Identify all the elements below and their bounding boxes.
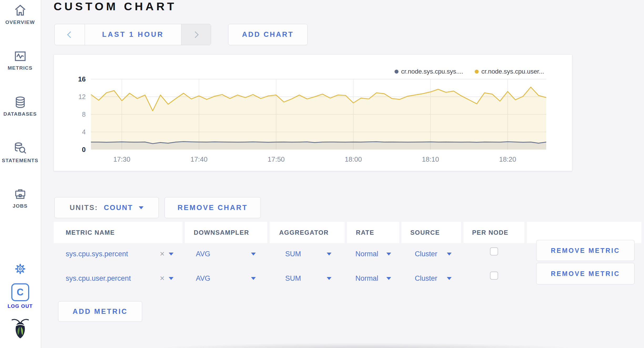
dropdown-arrow-icon bbox=[447, 277, 452, 280]
gear-icon bbox=[14, 262, 27, 275]
dropdown-arrow-icon bbox=[386, 253, 391, 255]
column-header-aggregator: AGGREGATOR bbox=[270, 222, 345, 243]
dropdown-arrow-icon bbox=[169, 253, 173, 255]
legend-item-user: cr.node.sys.cpu.user... bbox=[475, 68, 544, 75]
panel-bottom-shadow bbox=[87, 341, 644, 348]
column-header-source: SOURCE bbox=[401, 222, 461, 243]
clear-metric-icon[interactable]: × bbox=[160, 274, 165, 283]
sidebar-item-label: METRICS bbox=[0, 65, 40, 71]
series-area bbox=[91, 87, 546, 150]
settings-button[interactable] bbox=[0, 262, 40, 275]
jobs-icon bbox=[13, 187, 27, 201]
metric-name-dropdown[interactable]: sys.cpu.sys.percent × bbox=[66, 247, 173, 261]
sidebar-item-label: JOBS bbox=[0, 203, 40, 209]
y-tick-label: 16 bbox=[78, 75, 86, 83]
chart-legend: cr.node.sys.cpu.sys.... cr.node.sys.cpu.… bbox=[395, 68, 544, 75]
y-tick-label: 0 bbox=[82, 146, 86, 153]
y-tick-label: 8 bbox=[82, 111, 86, 118]
legend-label: cr.node.sys.cpu.sys.... bbox=[401, 68, 463, 75]
aggregator-dropdown[interactable]: SUM bbox=[285, 272, 331, 285]
logout-button[interactable]: C LOG OUT bbox=[0, 283, 40, 309]
dropdown-arrow-icon bbox=[251, 253, 256, 255]
chevron-left-icon bbox=[67, 31, 74, 38]
sidebar-item-label: OVERVIEW bbox=[0, 19, 40, 25]
sidebar-item-statements[interactable]: STATEMENTS bbox=[0, 141, 40, 163]
source-dropdown[interactable]: Cluster bbox=[415, 247, 452, 261]
legend-label: cr.node.sys.cpu.user... bbox=[481, 68, 544, 75]
units-label: UNITS: bbox=[70, 204, 98, 212]
time-prev-button[interactable] bbox=[55, 24, 85, 45]
chart-card: cr.node.sys.cpu.sys.... cr.node.sys.cpu.… bbox=[54, 54, 572, 171]
time-range-selector: LAST 1 HOUR bbox=[54, 24, 211, 45]
rate-dropdown[interactable]: Normal bbox=[355, 247, 391, 261]
x-tick-label: 18:00 bbox=[345, 155, 362, 163]
x-tick-label: 17:30 bbox=[113, 155, 130, 163]
sidebar-item-label: STATEMENTS bbox=[0, 158, 40, 163]
custom-chart-page: OVERVIEW METRICS DATABASES STATEMENTS bbox=[0, 0, 644, 348]
roach-icon bbox=[12, 317, 29, 340]
statements-icon bbox=[13, 141, 27, 156]
metric-name-dropdown[interactable]: sys.cpu.user.percent × bbox=[66, 272, 173, 285]
dropdown-arrow-icon bbox=[169, 277, 173, 280]
logout-label: LOG OUT bbox=[0, 303, 40, 309]
logo-letter: C bbox=[17, 287, 24, 298]
downsampler-dropdown[interactable]: AVG bbox=[196, 272, 256, 285]
time-range-dropdown[interactable]: LAST 1 HOUR bbox=[85, 24, 181, 45]
sidebar-item-overview[interactable]: OVERVIEW bbox=[0, 4, 40, 25]
add-chart-button[interactable]: ADD CHART bbox=[228, 24, 308, 45]
source-dropdown[interactable]: Cluster bbox=[415, 272, 452, 285]
clear-metric-icon[interactable]: × bbox=[160, 249, 165, 259]
sidebar-item-metrics[interactable]: METRICS bbox=[0, 49, 40, 71]
sidebar-item-label: DATABASES bbox=[0, 111, 40, 117]
dropdown-arrow-icon bbox=[327, 277, 331, 280]
column-header-downsampler: DOWNSAMPLER bbox=[185, 222, 267, 243]
units-dropdown[interactable]: UNITS: COUNT bbox=[54, 197, 159, 218]
page-title: CUSTOM CHART bbox=[54, 0, 177, 13]
remove-metric-button[interactable]: REMOVE METRIC bbox=[536, 263, 635, 284]
home-icon bbox=[13, 4, 27, 17]
dropdown-arrow-icon bbox=[386, 277, 391, 280]
dropdown-arrow-icon bbox=[447, 253, 452, 255]
downsampler-dropdown[interactable]: AVG bbox=[196, 247, 256, 261]
sidebar-item-databases[interactable]: DATABASES bbox=[0, 95, 40, 117]
sidebar-item-jobs[interactable]: JOBS bbox=[0, 187, 40, 209]
sidebar: OVERVIEW METRICS DATABASES STATEMENTS bbox=[0, 0, 41, 348]
metrics-icon bbox=[13, 49, 27, 63]
dropdown-arrow-icon bbox=[251, 277, 256, 280]
x-tick-label: 17:50 bbox=[268, 155, 285, 163]
database-icon bbox=[13, 95, 27, 109]
dropdown-arrow-icon bbox=[327, 253, 331, 255]
aggregator-dropdown[interactable]: SUM bbox=[285, 247, 331, 261]
cockroach-logo bbox=[0, 317, 40, 340]
legend-dot bbox=[395, 70, 398, 74]
per-node-checkbox[interactable] bbox=[490, 272, 498, 280]
column-header-per-node: PER NODE bbox=[463, 222, 524, 243]
y-tick-label: 4 bbox=[82, 128, 86, 136]
dropdown-arrow-icon bbox=[139, 206, 144, 209]
cockroach-c-icon: C bbox=[11, 283, 29, 301]
y-tick-label: 12 bbox=[78, 93, 86, 100]
time-range-value: LAST 1 HOUR bbox=[102, 30, 164, 39]
x-tick-label: 18:20 bbox=[499, 155, 516, 163]
remove-metric-button[interactable]: REMOVE METRIC bbox=[536, 240, 635, 261]
x-tick-label: 17:40 bbox=[190, 155, 207, 163]
remove-chart-button[interactable]: REMOVE CHART bbox=[165, 197, 261, 218]
per-node-checkbox[interactable] bbox=[490, 247, 498, 255]
chevron-right-icon bbox=[192, 31, 198, 38]
rate-dropdown[interactable]: Normal bbox=[355, 272, 391, 285]
units-value: COUNT bbox=[104, 204, 133, 212]
x-tick-label: 18:10 bbox=[422, 155, 439, 163]
add-metric-button[interactable]: ADD METRIC bbox=[58, 301, 142, 322]
legend-dot bbox=[475, 70, 479, 74]
time-next-button[interactable] bbox=[181, 24, 211, 45]
column-header-metric-name: METRIC NAME bbox=[54, 222, 182, 243]
legend-item-sys: cr.node.sys.cpu.sys.... bbox=[395, 68, 463, 75]
column-header-rate: RATE bbox=[347, 222, 399, 243]
